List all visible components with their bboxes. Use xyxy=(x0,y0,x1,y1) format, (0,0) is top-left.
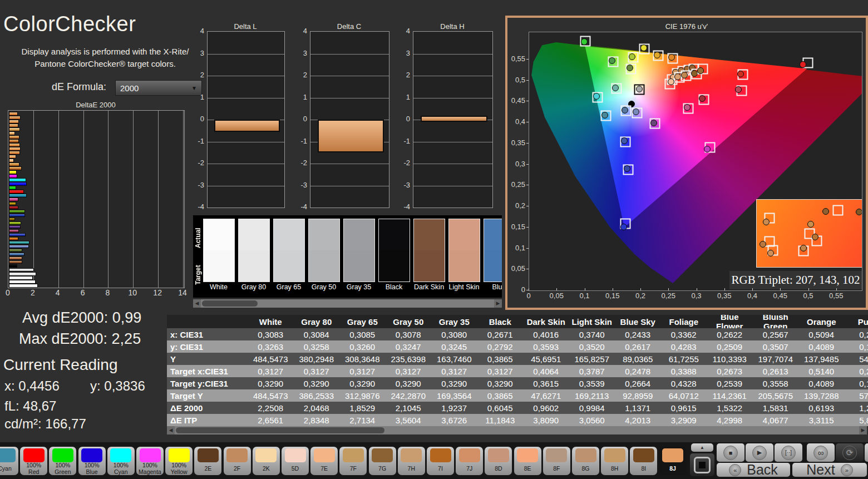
deltae-x-axis: 02468101214 xyxy=(4,288,188,297)
patch-swatch[interactable] xyxy=(448,219,480,282)
table-cell: 197,7074 xyxy=(753,354,799,364)
gridline xyxy=(413,76,492,76)
scroll-right-icon[interactable]: ▶ xyxy=(859,426,867,434)
scroll-left-icon[interactable]: ◀ xyxy=(167,426,175,434)
patch-button-100-cyan[interactable]: 100% Cyan xyxy=(107,447,135,475)
strip-scrollbar[interactable]: ◀ ▶ xyxy=(193,299,502,308)
table-cell: 0,3085 xyxy=(339,330,386,339)
x-tick-label: 6 xyxy=(81,288,85,297)
gridline xyxy=(183,111,184,288)
delta-chart xyxy=(310,31,389,208)
patch-button-2k[interactable]: 2K xyxy=(253,447,280,475)
measured-point xyxy=(624,165,630,172)
patch-color-swatch xyxy=(169,448,190,462)
de2000-bar xyxy=(9,241,29,245)
loop-button[interactable]: ⟳ xyxy=(836,443,864,462)
patch-swatch[interactable] xyxy=(308,219,340,282)
patch-button-8f[interactable]: 8F xyxy=(543,447,570,475)
continuous-button[interactable]: ∞ xyxy=(807,443,835,462)
patch-button-100-blue[interactable]: 100% Blue xyxy=(78,447,106,475)
gridline xyxy=(208,164,284,164)
patch-button-2e[interactable]: 2E xyxy=(194,447,221,475)
patch-comparison-strip: Actual Target WhiteGray 80Gray 65Gray 50… xyxy=(193,215,502,298)
patch-button-8d[interactable]: 8D xyxy=(485,447,512,475)
x-tick xyxy=(836,288,837,290)
patch-button-cyan[interactable]: Cyan xyxy=(0,447,18,475)
play-button[interactable]: ▶ xyxy=(746,443,773,462)
next-button[interactable]: Next » xyxy=(792,463,867,477)
patch-button-8h[interactable]: 8H xyxy=(601,447,628,475)
patch-button-7j[interactable]: 7J xyxy=(456,447,483,475)
x-tick xyxy=(585,288,585,290)
x-tick-label: 12 xyxy=(153,288,162,297)
strip-scrollbar-thumb[interactable] xyxy=(202,300,258,307)
patch-color-swatch xyxy=(517,448,538,462)
patch-button-8g[interactable]: 8G xyxy=(572,447,599,475)
patch-swatch[interactable] xyxy=(378,219,410,282)
de-formula-dropdown[interactable]: 2000 ▼ xyxy=(115,80,202,96)
table-cell: 0,3127 xyxy=(386,367,432,376)
patch-button-2f[interactable]: 2F xyxy=(224,447,251,475)
stop-measurement-button[interactable] xyxy=(690,453,714,476)
patch-button-label: 8G xyxy=(581,462,589,475)
table-cell: 0,4328 xyxy=(661,379,707,388)
table-cell: 0,2673 xyxy=(707,367,753,376)
patch-button-label: 8J xyxy=(669,462,676,475)
patch-button-7i[interactable]: 7I xyxy=(427,447,454,475)
cie-chart-title: CIE 1976 u'v' xyxy=(507,22,866,31)
measured-point xyxy=(684,104,691,111)
table-scrollbar-thumb[interactable] xyxy=(176,427,384,433)
patch-actual xyxy=(484,219,502,250)
interval-button[interactable]: [··] xyxy=(775,443,802,462)
table-cell: 165,8257 xyxy=(569,354,615,364)
row-header: Target x:CIE31 xyxy=(167,367,248,376)
patch-swatch[interactable] xyxy=(238,219,270,282)
stop-button[interactable]: ■ xyxy=(717,443,744,462)
patch-swatch[interactable] xyxy=(273,219,305,282)
patch-swatch[interactable] xyxy=(484,219,502,282)
patch-button-8j[interactable]: 8J xyxy=(659,447,687,475)
gridline xyxy=(108,111,108,288)
patch-button-8i[interactable]: 8I xyxy=(630,447,657,475)
patch-color-swatch xyxy=(110,448,131,462)
patch-button-7h[interactable]: 7H xyxy=(398,447,425,475)
measured-point xyxy=(697,67,704,74)
patch-color-swatch xyxy=(546,448,567,462)
de2000-bar xyxy=(9,186,16,190)
patch-button-8e[interactable]: 8E xyxy=(514,447,541,475)
column-header: Gray 80 xyxy=(294,317,340,327)
patch-button-100-magenta[interactable]: 100% Magenta xyxy=(136,447,164,475)
interval-icon: [··] xyxy=(781,446,796,460)
patch-swatch[interactable] xyxy=(343,219,375,282)
colorchecker-window: ColorChecker Display analysis is perform… xyxy=(0,0,868,479)
de2000-bar xyxy=(9,178,26,182)
back-button[interactable]: « Back xyxy=(717,463,790,477)
de2000-bar xyxy=(9,190,24,194)
patch-button-100-red[interactable]: 100% Red xyxy=(20,447,47,475)
patch-button-label: 2K xyxy=(263,462,270,475)
table-cell: 0,9602 xyxy=(523,403,569,413)
scroll-left-icon[interactable]: ◀ xyxy=(193,299,201,308)
table-cell: 0,18 xyxy=(845,379,868,388)
table-cell: 0,3558 xyxy=(753,379,799,388)
patch-button-100-yellow[interactable]: 100% Yellow xyxy=(165,447,193,475)
patch-button-100-green[interactable]: 100% Green xyxy=(49,447,76,475)
patch-button-5d[interactable]: 5D xyxy=(282,447,309,475)
extra-button[interactable] xyxy=(865,443,868,462)
gridline xyxy=(33,111,34,288)
table-cell: 2,2508 xyxy=(248,403,294,413)
patch-swatch[interactable] xyxy=(203,219,235,282)
de2000-bar xyxy=(9,166,22,170)
patch-swatch[interactable] xyxy=(413,219,445,282)
patch-toolbar: Cyan100% Red100% Green100% Blue100% Cyan… xyxy=(0,442,868,479)
table-cell: 64,0712 xyxy=(661,391,707,401)
patch-button-7e[interactable]: 7E xyxy=(310,447,338,475)
table-scrollbar[interactable]: ◀ ▶ xyxy=(167,426,867,434)
patch-button-7g[interactable]: 7G xyxy=(369,447,396,475)
patch-actual xyxy=(379,219,410,250)
scroll-up-button[interactable]: ▲ xyxy=(691,443,713,452)
table-cell: 3,0560 xyxy=(569,416,615,425)
patch-button-7f[interactable]: 7F xyxy=(339,447,367,475)
scroll-right-icon[interactable]: ▶ xyxy=(494,299,502,308)
y-tick-label: -2 xyxy=(398,159,410,167)
